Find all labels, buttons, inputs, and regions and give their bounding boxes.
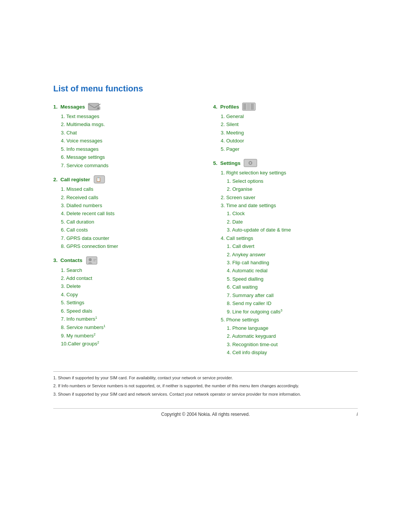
settings-item-4-1: 1. Call divert [213,242,358,250]
svg-rect-11 [247,104,250,110]
settings-item-4-6: 6. Call waiting [213,283,358,291]
section-contacts-header: 3. Contacts [53,256,198,265]
main-columns: 1. Messages ✉ 1. Text messages 2. Multim… [53,102,358,362]
profiles-item-2: 2. Silent [213,120,358,128]
profiles-item-3: 3. Meeting [213,129,358,137]
settings-item-3-2: 2. Date [213,218,358,226]
svg-rect-7 [93,259,96,260]
section-call-register: 2. Call register 📋 1. Missed calls 2. Re… [53,175,198,251]
contacts-item-4: 4. Copy [53,291,198,299]
call-register-icon: 📋 [93,175,105,184]
section-call-register-header: 2. Call register 📋 [53,175,198,184]
messages-item-5: 5. Info messages [53,145,198,153]
call-register-item-7: 7. GPRS data counter [53,234,198,242]
messages-header-text: 1. Messages [53,104,85,110]
svg-text:📋: 📋 [96,177,101,182]
footnote-3: 3. Shown if supported by your SIM card a… [53,391,358,398]
settings-item-4-5: 5. Speed dialling [213,275,358,283]
svg-rect-8 [93,260,96,261]
contacts-item-10: 10.Caller groups2 [53,340,198,348]
call-register-header-text: 2. Call register [53,177,90,182]
section-messages: 1. Messages ✉ 1. Text messages 2. Multim… [53,102,198,169]
settings-item-5-3: 3. Recognition time-out [213,340,358,348]
page-title: List of menu functions [53,84,358,94]
profiles-item-4: 4. Outdoor [213,137,358,145]
contacts-item-8: 8. Service numbers1 [53,323,198,332]
profiles-icon [242,102,254,111]
footnote-2: 2. If Info numbers or Service numbers is… [53,383,358,390]
svg-rect-10 [243,104,246,110]
svg-point-15 [250,162,251,164]
call-register-item-6: 6. Call costs [53,226,198,234]
messages-item-2: 2. Multimedia msgs. [53,120,198,128]
settings-item-4-8: 8. Send my caller ID [213,299,358,307]
settings-item-1-2: 2. Organise [213,185,358,193]
copyright-text: Copyright © 2004 Nokia. All rights reser… [161,412,250,417]
contacts-header-text: 3. Contacts [53,257,83,263]
settings-item-4-2: 2. Anykey answer [213,251,358,259]
svg-point-6 [89,258,92,261]
call-register-item-1: 1. Missed calls [53,185,198,193]
contacts-item-6: 6. Speed dials [53,307,198,315]
messages-item-3: 3. Chat [53,129,198,137]
section-messages-header: 1. Messages ✉ [53,102,198,111]
svg-text:✉: ✉ [97,107,99,110]
call-register-item-4: 4. Delete recent call lists [53,209,198,217]
contacts-item-9: 9. My numbers2 [53,332,198,340]
contacts-item-5: 5. Settings [53,299,198,307]
settings-item-5-1: 1. Phone language [213,324,358,332]
section-contacts: 3. Contacts 1. Search 2. Add contact 3. … [53,256,198,348]
settings-item-2: 2. Screen saver [213,193,358,201]
page-number: i [357,412,358,417]
settings-icon [244,158,256,168]
profiles-header-text: 4. Profiles [213,104,239,110]
section-profiles-header: 4. Profiles [213,102,358,111]
profiles-item-1: 1. General [213,112,358,120]
settings-item-1: 1. Right selection key settings [213,169,358,177]
messages-item-1: 1. Text messages [53,112,198,120]
footnote-1: 1. Shown if supported by your SIM card. … [53,375,358,382]
settings-item-3-3: 3. Auto-update of date & time [213,226,358,234]
contacts-item-3: 3. Delete [53,282,198,290]
settings-item-5: 5. Phone settings [213,316,358,324]
settings-item-5-4: 4. Cell info display [213,348,358,356]
svg-rect-12 [251,104,254,110]
right-column: 4. Profiles 1. General 2. Silent 3. Meet… [213,102,358,362]
settings-item-4-9: 9. Line for outgoing calls3 [213,308,358,316]
section-profiles: 4. Profiles 1. General 2. Silent 3. Meet… [213,102,358,153]
settings-item-1-1: 1. Select options [213,177,358,185]
settings-item-3: 3. Time and date settings [213,201,358,209]
messages-item-4: 4. Voice messages [53,137,198,145]
call-register-item-5: 5. Call duration [53,218,198,226]
left-column: 1. Messages ✉ 1. Text messages 2. Multim… [53,102,198,353]
settings-item-4-7: 7. Summary after call [213,291,358,299]
settings-item-4-4: 4. Automatic redial [213,267,358,275]
section-settings: 5. Settings 1. Right selection key setti… [213,158,358,356]
settings-item-5-2: 2. Automatic keyguard [213,332,358,340]
settings-item-4: 4. Call settings [213,234,358,242]
settings-item-3-1: 1. Clock [213,209,358,217]
profiles-item-5: 5. Pager [213,145,358,153]
page: List of menu functions 1. Messages ✉ [0,0,411,532]
messages-item-7: 7. Service commands [53,161,198,169]
call-register-item-2: 2. Received calls [53,193,198,201]
settings-header-text: 5. Settings [213,160,241,166]
contacts-item-2: 2. Add contact [53,274,198,282]
settings-item-4-3: 3. Flip call handling [213,259,358,267]
footnotes-section: 1. Shown if supported by your SIM card. … [53,371,358,398]
call-register-item-8: 8. GPRS connection timer [53,242,198,250]
messages-item-6: 6. Message settings [53,153,198,161]
contacts-item-7: 7. Info numbers1 [53,315,198,323]
call-register-item-3: 3. Dialled numbers [53,201,198,209]
contacts-icon [86,256,98,265]
messages-icon: ✉ [88,102,101,111]
section-settings-header: 5. Settings [213,158,358,168]
contacts-item-1: 1. Search [53,266,198,274]
